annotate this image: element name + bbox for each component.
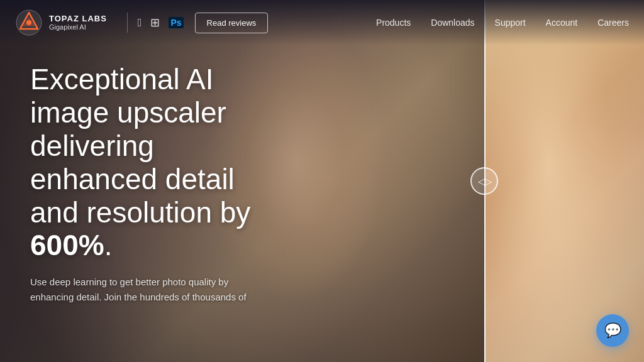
nav-link-downloads[interactable]: Downloads [431, 18, 474, 28]
nav-link-support[interactable]: Support [495, 18, 526, 28]
chat-button[interactable]: 💬 [596, 314, 629, 347]
read-reviews-button[interactable]: Read reviews [195, 13, 269, 33]
comparison-slider-handle[interactable]: ◁▷ [470, 167, 498, 195]
chat-icon: 💬 [604, 322, 621, 339]
hero-content: Exceptional AI image upscaler delivering… [30, 63, 332, 305]
hero-subtext: Use deep learning to get better photo qu… [30, 275, 294, 305]
hero-headline: Exceptional AI image upscaler delivering… [30, 63, 332, 262]
product-name: Gigapixel AI [49, 23, 107, 31]
logo-text: TOPAZ LABS Gigapixel AI [49, 14, 107, 31]
svg-point-3 [26, 20, 31, 25]
topaz-logo-icon [15, 9, 43, 36]
apple-icon:  [138, 16, 142, 30]
hero-percentage: 600% [30, 229, 104, 261]
slider-arrows-icon: ◁▷ [478, 175, 491, 187]
nav-divider [127, 13, 128, 33]
logo[interactable]: TOPAZ LABS Gigapixel AI [15, 9, 107, 36]
photoshop-icon: Ps [169, 17, 183, 28]
platform-icons:  ⊞ Ps [138, 16, 184, 30]
hero-section: ◁▷ TOPAZ LABS Gigapixel AI  ⊞ Ps Read r… [0, 0, 644, 362]
nav-link-careers[interactable]: Careers [597, 18, 629, 28]
brand-name: TOPAZ LABS [49, 14, 107, 23]
nav-link-products[interactable]: Products [376, 18, 411, 28]
nav-link-account[interactable]: Account [546, 18, 578, 28]
nav-links: Products Downloads Support Account Caree… [376, 18, 629, 28]
windows-icon: ⊞ [150, 16, 160, 30]
navbar: TOPAZ LABS Gigapixel AI  ⊞ Ps Read revi… [0, 0, 644, 45]
